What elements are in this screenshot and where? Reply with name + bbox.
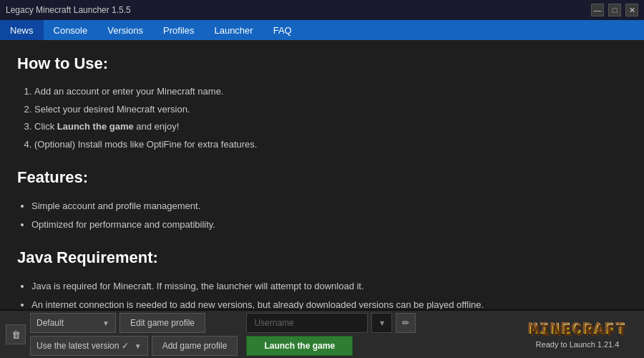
main-area: How to Use: Add an account or enter your… xyxy=(0,40,644,309)
menu-item-news[interactable]: News xyxy=(0,20,44,40)
step-4: (Optional) Install mods like OptiFine fo… xyxy=(34,136,627,154)
profile-section: Default ▼ Edit game profile Use the late… xyxy=(30,313,238,356)
username-input[interactable]: Username xyxy=(246,313,368,333)
profile-dropdown-arrow: ▼ xyxy=(102,319,109,327)
version-dropdown-arrow: ▼ xyxy=(135,342,142,350)
username-dropdown-arrow[interactable]: ▼ xyxy=(371,313,392,333)
minecraft-logo: MINECRAFT xyxy=(529,321,627,339)
menu-bar: News Console Versions Profiles Launcher … xyxy=(0,20,644,40)
minimize-button[interactable]: — xyxy=(591,4,604,16)
step-3: Click Launch the game and enjoy! xyxy=(34,118,627,136)
java-req-2: An internet connection is needed to add … xyxy=(31,296,627,309)
username-row: Username ▼ ✏ xyxy=(246,313,416,333)
minecraft-branding: MINECRAFT Ready to Launch 1.21.4 xyxy=(524,321,638,349)
maximize-button[interactable]: □ xyxy=(608,4,621,16)
profile-row: Default ▼ Edit game profile xyxy=(30,313,238,333)
username-placeholder: Username xyxy=(254,318,293,328)
title-bar: Legacy Minecraft Launcher 1.5.5 — □ ✕ xyxy=(0,0,644,20)
java-req-1: Java is required for Minecraft. If missi… xyxy=(31,277,627,296)
close-button[interactable]: ✕ xyxy=(625,4,638,16)
edit-game-profile-button[interactable]: Edit game profile xyxy=(119,313,205,333)
how-to-use-heading: How to Use: xyxy=(17,54,627,73)
java-req-heading: Java Requirement: xyxy=(17,248,627,267)
version-row: Use the latest version ✓ ▼ Add game prof… xyxy=(30,336,238,356)
features-list: Simple account and profile management. O… xyxy=(31,197,627,234)
profile-dropdown[interactable]: Default ▼ xyxy=(30,313,116,333)
features-heading: Features: xyxy=(17,168,627,187)
edit-username-button[interactable]: ✏ xyxy=(396,313,416,333)
profile-dropdown-value: Default xyxy=(36,318,64,328)
menu-item-faq[interactable]: FAQ xyxy=(263,20,302,40)
step-2: Select your desired Minecraft version. xyxy=(34,101,627,119)
menu-item-versions[interactable]: Versions xyxy=(97,20,153,40)
java-req-list: Java is required for Minecraft. If missi… xyxy=(31,277,627,309)
menu-item-launcher[interactable]: Launcher xyxy=(204,20,263,40)
feature-2: Optimized for performance and compatibil… xyxy=(31,216,627,234)
feature-1: Simple account and profile management. xyxy=(31,197,627,216)
add-game-profile-button[interactable]: Add game profile xyxy=(152,336,238,356)
version-dropdown[interactable]: Use the latest version ✓ ▼ xyxy=(30,336,148,356)
launch-game-button[interactable]: Launch the game xyxy=(246,336,353,356)
bold-launch: Launch the game xyxy=(57,121,134,132)
step-1: Add an account or enter your Minecraft n… xyxy=(34,83,627,101)
app-title: Legacy Minecraft Launcher 1.5.5 xyxy=(6,5,131,15)
bottom-bar: 🗑 Default ▼ Edit game profile Use the la… xyxy=(0,309,644,358)
how-to-use-list: Add an account or enter your Minecraft n… xyxy=(34,83,627,154)
version-label: Use the latest version ✓ xyxy=(36,341,129,351)
news-content[interactable]: How to Use: Add an account or enter your… xyxy=(0,40,644,309)
ready-status: Ready to Launch 1.21.4 xyxy=(536,340,620,349)
username-launch-section: Username ▼ ✏ Launch the game xyxy=(246,313,416,356)
launch-row: Launch the game xyxy=(246,336,416,356)
menu-item-console[interactable]: Console xyxy=(44,20,98,40)
delete-profile-button[interactable]: 🗑 xyxy=(6,324,26,344)
menu-item-profiles[interactable]: Profiles xyxy=(153,20,204,40)
window-controls: — □ ✕ xyxy=(591,4,638,16)
